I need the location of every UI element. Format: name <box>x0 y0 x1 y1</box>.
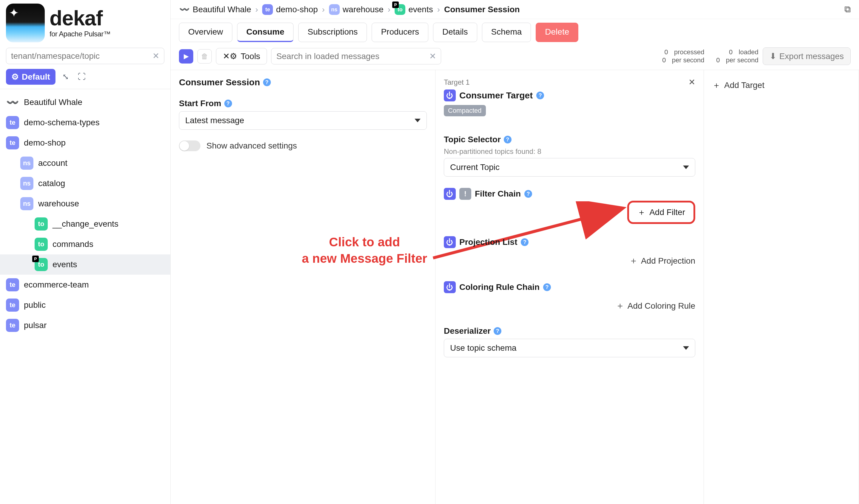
target-header-label: Target 1 <box>444 78 470 87</box>
tree-item-label: ecommerce-team <box>24 280 89 290</box>
chevron-right-icon: › <box>255 5 258 14</box>
plus-icon: ＋ <box>629 255 638 267</box>
power-button[interactable]: ⏻ <box>444 188 456 200</box>
te-badge: te <box>6 319 19 332</box>
tab-producers[interactable]: Producers <box>372 23 428 42</box>
trash-button[interactable]: 🗑 <box>197 49 212 63</box>
help-icon[interactable]: ? <box>494 327 501 335</box>
breadcrumb-label: Consumer Session <box>444 5 520 14</box>
help-icon[interactable]: ? <box>543 283 551 291</box>
tree-item-events[interactable]: Ptoevents <box>0 255 170 275</box>
start-from-select[interactable]: Latest message <box>179 111 427 130</box>
export-label: Export messages <box>779 51 844 61</box>
tree-item-label: public <box>24 300 46 310</box>
clear-icon[interactable]: ✕ <box>152 51 159 61</box>
to-badge: to <box>35 217 48 230</box>
tree-item-public[interactable]: tepublic <box>0 295 170 315</box>
tree-item-catalog[interactable]: nscatalog <box>0 173 170 194</box>
tree-item-ecommerce-team[interactable]: teecommerce-team <box>0 275 170 295</box>
compacted-chip: Compacted <box>444 105 486 116</box>
tab-schema[interactable]: Schema <box>482 23 531 42</box>
collapse-icon[interactable]: ⤡ <box>60 71 72 83</box>
tab-subscriptions[interactable]: Subscriptions <box>298 23 367 42</box>
profile-button[interactable]: ⚙ Default <box>6 69 56 85</box>
profile-label: Default <box>22 72 50 82</box>
download-icon: ⬇ <box>770 51 777 61</box>
expand-icon[interactable]: ⛶ <box>76 71 88 83</box>
clear-icon[interactable]: ✕ <box>429 51 436 61</box>
plus-icon: ＋ <box>616 300 624 312</box>
breadcrumb-warehouse[interactable]: nswarehouse <box>329 4 383 15</box>
start-from-value: Latest message <box>185 116 244 125</box>
annotation-text: Click to add a new Message Filter <box>302 234 427 266</box>
targets-panel: ＋ Add Target <box>704 70 859 504</box>
add-coloring-button[interactable]: ＋ Add Coloring Rule <box>444 297 695 315</box>
logo-image <box>6 4 45 42</box>
help-icon[interactable]: ? <box>521 238 528 246</box>
tools-label: Tools <box>241 51 260 61</box>
tree-item-label: catalog <box>38 179 65 188</box>
ns-badge: ns <box>20 197 33 210</box>
breadcrumb-events[interactable]: Ptoevents <box>395 4 433 15</box>
help-icon[interactable]: ? <box>524 190 532 198</box>
gear-icon: ⚙ <box>11 72 19 82</box>
annotation-arrow <box>430 201 436 267</box>
close-icon[interactable]: ✕ <box>689 77 695 87</box>
topic-selector-label: Topic Selector <box>444 135 501 144</box>
add-filter-button[interactable]: ＋ Add Filter <box>627 201 695 224</box>
tab-overview[interactable]: Overview <box>179 23 232 42</box>
processed-ps-label: per second <box>672 56 705 64</box>
add-projection-button[interactable]: ＋ Add Projection <box>444 252 695 270</box>
breadcrumb: 〰️Beautiful Whale›tedemo-shop›nswarehous… <box>170 0 859 19</box>
copy-icon[interactable]: ⧉ <box>844 4 851 15</box>
toolbar: ▶ 🗑 ✕⚙ Tools ✕ 0 processed 0 per second … <box>170 46 859 70</box>
tree-item--change-events[interactable]: to__change_events <box>0 214 170 234</box>
sidebar-search[interactable]: ✕ <box>6 48 164 64</box>
plus-icon: ＋ <box>712 80 721 91</box>
add-target-button[interactable]: ＋ Add Target <box>712 77 850 93</box>
tree-item-label: commands <box>52 240 93 249</box>
tree-item-pulsar[interactable]: tepulsar <box>0 315 170 336</box>
tree-item-beautiful-whale[interactable]: 〰️Beautiful Whale <box>0 92 170 112</box>
processed-label: processed <box>674 48 705 56</box>
advanced-label: Show advanced settings <box>207 141 297 151</box>
whale-icon: 〰️ <box>6 96 19 109</box>
power-button[interactable]: ⏻ <box>444 281 456 293</box>
deserializer-select[interactable]: Use topic schema <box>444 339 695 357</box>
power-button[interactable]: ⏻ <box>444 90 456 102</box>
tree-item-label: __change_events <box>52 219 118 229</box>
chevron-right-icon: › <box>437 5 440 14</box>
tab-consume[interactable]: Consume <box>237 23 294 42</box>
sidebar-search-input[interactable] <box>11 51 152 61</box>
tree-item-account[interactable]: nsaccount <box>0 153 170 173</box>
tree-item-warehouse[interactable]: nswarehouse <box>0 194 170 214</box>
consumer-target-title: Consumer Target <box>459 90 533 101</box>
help-icon[interactable]: ? <box>536 92 544 99</box>
chevron-down-icon <box>683 166 689 169</box>
tree-item-commands[interactable]: tocommands <box>0 234 170 255</box>
play-button[interactable]: ▶ <box>179 49 193 63</box>
tree-item-demo-schema-types[interactable]: tedemo-schema-types <box>0 112 170 133</box>
breadcrumb-beautiful-whale[interactable]: 〰️Beautiful Whale <box>179 4 251 15</box>
breadcrumb-demo-shop[interactable]: tedemo-shop <box>262 4 318 15</box>
power-button[interactable]: ⏻ <box>444 236 456 248</box>
message-search-input[interactable] <box>276 51 429 61</box>
help-icon[interactable]: ? <box>224 100 232 107</box>
stats: 0 processed 0 per second 0 loaded 0 per … <box>659 48 758 64</box>
te-badge: te <box>262 4 273 15</box>
tree-item-demo-shop[interactable]: tedemo-shop <box>0 133 170 153</box>
tools-button[interactable]: ✕⚙ Tools <box>216 48 267 64</box>
add-target-label: Add Target <box>724 80 765 90</box>
export-button[interactable]: ⬇ Export messages <box>763 47 851 65</box>
filter-chain-label: Filter Chain <box>475 189 521 199</box>
svg-line-1 <box>433 210 436 258</box>
tab-delete[interactable]: Delete <box>536 23 578 42</box>
message-search[interactable]: ✕ <box>271 48 441 64</box>
tree-item-label: demo-shop <box>24 138 65 148</box>
topic-select[interactable]: Current Topic <box>444 158 695 177</box>
tab-details[interactable]: Details <box>433 23 477 42</box>
advanced-toggle[interactable] <box>179 140 200 151</box>
logo-title: dekaf <box>49 8 110 29</box>
help-icon[interactable]: ? <box>263 78 271 86</box>
help-icon[interactable]: ? <box>504 136 512 143</box>
